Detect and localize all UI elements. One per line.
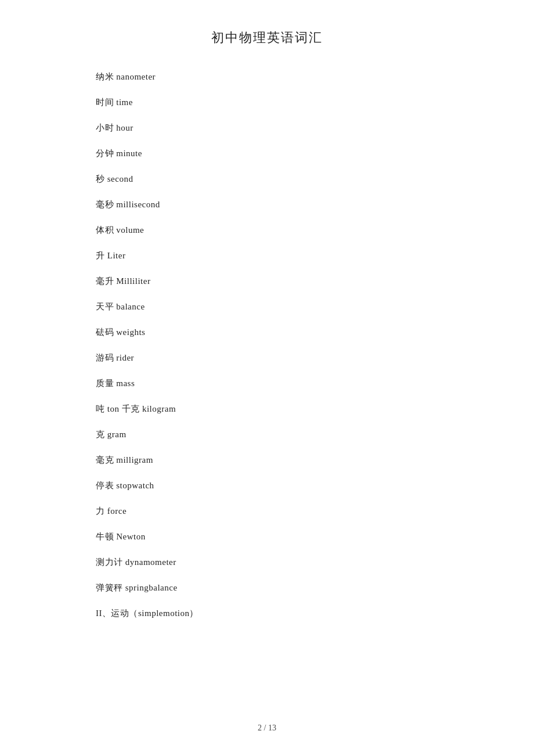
list-item: 测力计 dynamometer	[96, 555, 438, 569]
list-item: 吨 ton 千克 kilogram	[96, 402, 438, 416]
page-title: 初中物理英语词汇	[96, 29, 438, 46]
list-item: 牛顿 Newton	[96, 530, 438, 543]
list-item: 力 force	[96, 504, 438, 518]
page-footer: 2 / 13	[0, 723, 534, 733]
list-item: 弹簧秤 springbalance	[96, 581, 438, 595]
list-item: 天平 balance	[96, 300, 438, 314]
list-item: 时间 time	[96, 95, 438, 109]
list-item: 克 gram	[96, 427, 438, 441]
list-item: 体积 volume	[96, 223, 438, 237]
list-item: 游码 rider	[96, 351, 438, 365]
list-item: 分钟 minute	[96, 146, 438, 160]
list-item: 质量 mass	[96, 376, 438, 390]
list-item: 纳米 nanometer	[96, 70, 438, 84]
page-container: 初中物理英语词汇 纳米 nanometer时间 time小时 hour分钟 mi…	[0, 0, 534, 756]
list-item: 停表 stopwatch	[96, 478, 438, 492]
vocab-list: 纳米 nanometer时间 time小时 hour分钟 minute秒 sec…	[96, 70, 438, 620]
list-item: 小时 hour	[96, 121, 438, 135]
list-item: 毫克 milligram	[96, 453, 438, 467]
list-item: II、运动（simplemotion）	[96, 606, 438, 620]
list-item: 秒 second	[96, 172, 438, 186]
list-item: 砝码 weights	[96, 325, 438, 339]
list-item: 升 Liter	[96, 249, 438, 262]
list-item: 毫秒 millisecond	[96, 197, 438, 211]
list-item: 毫升 Milliliter	[96, 274, 438, 288]
